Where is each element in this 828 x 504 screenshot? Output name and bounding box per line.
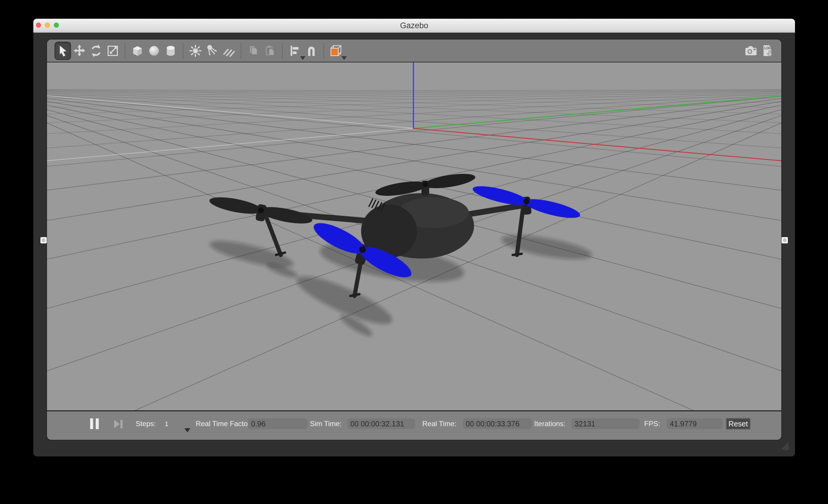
sim-time-field: 00 00:00:32.131 (347, 418, 415, 429)
window-resize-grip[interactable] (779, 441, 790, 451)
svg-text:LOG: LOG (764, 46, 772, 50)
copy-icon (247, 44, 260, 58)
step-forward-icon (113, 419, 124, 429)
point-light-icon (189, 44, 202, 58)
fps-field: 41.9779 (667, 418, 723, 429)
insert-cylinder-button[interactable] (162, 42, 179, 60)
scale-tool-button[interactable] (105, 42, 121, 60)
toolbar: LOG (47, 40, 781, 62)
statusbar: Steps: 1 Real Time Factor: 0.96 Sim Time… (47, 411, 781, 440)
real-time-factor-label: Real Time Factor: (196, 420, 252, 428)
cylinder-icon (164, 44, 178, 58)
iterations-label: Iterations: (534, 420, 565, 428)
real-time-label: Real Time: (422, 420, 457, 428)
copy-button[interactable] (245, 42, 262, 60)
view-angle-dropdown-arrow[interactable] (341, 56, 347, 60)
app-panel: LOG (47, 40, 781, 440)
spot-light-button[interactable] (204, 42, 220, 60)
snap-button[interactable] (303, 42, 320, 60)
move-icon (73, 44, 86, 58)
toolbar-separator (282, 43, 283, 58)
x-axis-red (413, 128, 781, 161)
cursor-icon (56, 44, 69, 57)
screenshot-button[interactable] (743, 42, 759, 60)
steps-label: Steps: (136, 420, 156, 428)
box-icon (130, 44, 144, 58)
camera-icon (744, 43, 758, 58)
select-tool-button[interactable] (54, 42, 71, 60)
sim-time-label: Sim Time: (310, 420, 342, 428)
directional-light-button[interactable] (220, 42, 237, 60)
paste-button[interactable] (262, 42, 278, 60)
translate-tool-button[interactable] (71, 42, 88, 60)
insert-sphere-button[interactable] (146, 42, 162, 60)
real-time-factor-field: 0.96 (248, 418, 307, 429)
scale-icon (106, 44, 120, 58)
directional-light-icon (222, 44, 236, 58)
log-icon: LOG (760, 43, 775, 58)
fps-label: FPS: (644, 420, 660, 428)
steps-dropdown-arrow[interactable] (184, 428, 190, 432)
orange-cube-face (331, 48, 338, 55)
render-viewport[interactable] (47, 62, 781, 411)
rotate-tool-button[interactable] (88, 42, 105, 60)
log-record-button[interactable]: LOG (759, 42, 776, 60)
gazebo-window: Gazebo (33, 19, 795, 456)
paste-icon (263, 44, 277, 58)
insert-box-button[interactable] (129, 42, 146, 60)
rotate-icon (89, 44, 103, 58)
align-icon (288, 44, 301, 58)
world-axes (413, 62, 781, 161)
iterations-field: 32131 (572, 418, 639, 429)
align-button[interactable] (286, 42, 303, 60)
spot-light-icon (205, 44, 219, 58)
toolbar-separator (182, 43, 183, 58)
right-panel-splitter-handle[interactable] (782, 237, 788, 243)
toolbar-separator (125, 43, 125, 58)
titlebar[interactable]: Gazebo (33, 19, 795, 33)
pause-button[interactable] (90, 418, 99, 429)
reset-button[interactable]: Reset (726, 418, 751, 430)
steps-value[interactable]: 1 (165, 420, 168, 428)
toolbar-separator (241, 43, 242, 58)
sphere-icon (147, 44, 161, 58)
point-light-button[interactable] (187, 42, 204, 60)
view-angle-button[interactable] (328, 42, 344, 60)
step-button[interactable] (113, 419, 124, 431)
real-time-field: 00 00:00:33.376 (463, 418, 532, 429)
magnet-icon (304, 44, 318, 58)
window-title: Gazebo (33, 19, 795, 33)
toolbar-separator (323, 43, 324, 58)
left-panel-splitter-handle[interactable] (40, 237, 47, 243)
